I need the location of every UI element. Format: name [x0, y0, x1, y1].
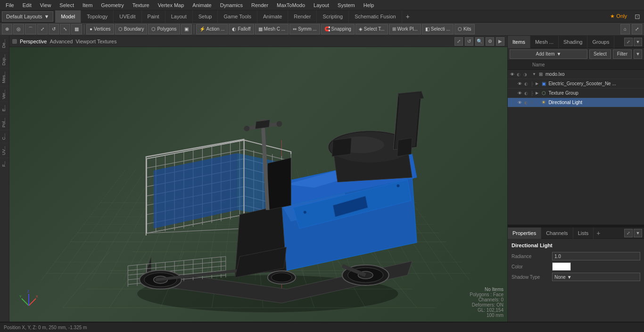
tool-btn-scale[interactable]: ⤡ [60, 24, 70, 34]
tool-btn-select-t[interactable]: ◈ Select T... [355, 24, 388, 34]
prop-tab-add[interactable]: + [594, 229, 603, 237]
menu-dynamics[interactable]: Dynamics [216, 1, 247, 9]
menu-render[interactable]: Render [248, 1, 272, 9]
sidebar-tab-f[interactable]: F... [0, 158, 9, 170]
prop-tab-lists[interactable]: Lists [573, 227, 594, 239]
menu-select[interactable]: Select [56, 1, 78, 9]
menu-vertexmap[interactable]: Vertex Map [154, 1, 188, 9]
layout-selector[interactable]: Default Layouts ▼ [2, 11, 53, 22]
layout-tab-topology[interactable]: Topology [81, 10, 114, 23]
filter-button[interactable]: Filter [613, 49, 632, 59]
eye-btn-dirlight[interactable]: 👁 [516, 99, 523, 106]
sidebar-tab-mes[interactable]: Mes... [0, 68, 9, 86]
sidebar-tab-e[interactable]: E... [0, 102, 9, 114]
panel-tab-items[interactable]: Items [508, 36, 530, 48]
viewport-tab-advanced[interactable]: Advanced [50, 39, 73, 44]
viewport-zoom-btn[interactable]: 🔍 [475, 37, 484, 46]
panel-tab-shading[interactable]: Shading [559, 36, 587, 48]
eye-btn2-texgroup[interactable]: ◐ [523, 90, 529, 97]
sidebar-tab-ver[interactable]: Ver... [0, 86, 9, 102]
viewport-dot[interactable] [12, 39, 17, 44]
eye-btn-root[interactable]: 👁 [509, 71, 515, 78]
tool-btn-fullscreen[interactable]: ⤢ [632, 24, 642, 34]
panel-expand-btn[interactable]: ⤢ [624, 38, 633, 46]
viewport-tab-textures[interactable]: Viewport Textures [75, 39, 116, 44]
dir-light-radiance-input[interactable] [552, 252, 640, 260]
menu-view[interactable]: View [36, 1, 55, 9]
select-button[interactable]: Select [589, 49, 611, 59]
tool-btn-home[interactable]: ⌂ [620, 24, 630, 34]
tool-btn-symm[interactable]: ⇔ Symm ... [289, 24, 320, 34]
item-row-root[interactable]: 👁 ◐ ◑ ▼ ⊞ modo.lxo [508, 70, 644, 79]
layout-tab-uvedit[interactable]: UVEdit [114, 10, 141, 23]
viewport-tab-perspective[interactable]: Perspective [20, 39, 47, 44]
tool-btn-boundary[interactable]: ⬡ Boundary [115, 24, 148, 34]
layout-tab-animate[interactable]: Animate [257, 10, 288, 23]
add-item-button[interactable]: Add Item ▼ [510, 49, 587, 59]
tool-btn-rotate[interactable]: ↺ [49, 24, 59, 34]
eye-btn2-mesh[interactable]: ◐ [523, 81, 529, 87]
tool-btn-selecti[interactable]: ◧ Selecti ... [422, 24, 454, 34]
menu-animate[interactable]: Animate [189, 1, 215, 9]
menu-geometry[interactable]: Geometry [97, 1, 127, 9]
eye-btn-texgroup[interactable]: 👁 [516, 90, 523, 97]
expand-root[interactable]: ▼ [531, 71, 537, 78]
tool-btn-falloff[interactable]: ◐ Falloff [229, 24, 254, 34]
prop-tab-channels[interactable]: Channels [541, 227, 573, 239]
layout-add-button[interactable]: + [402, 12, 413, 21]
layout-tab-scripting[interactable]: Scripting [317, 10, 349, 23]
tool-btn-select[interactable]: ▦ [71, 24, 82, 34]
item-row-texgroup[interactable]: 👁 ◐ ├ ▶ ⬡ Texture Group [508, 89, 644, 98]
tool-btn-action[interactable]: ⚡ Action ... [196, 24, 228, 34]
sidebar-tab-dup[interactable]: Dup... [0, 51, 9, 68]
menu-edit[interactable]: Edit [19, 1, 35, 9]
tool-btn-workpl[interactable]: ⊞ Work Pl... [389, 24, 421, 34]
expand-texgroup[interactable]: ▶ [534, 89, 540, 97]
panel-tab-mesh[interactable]: Mesh ... [530, 36, 559, 48]
dir-light-color-swatch[interactable] [552, 262, 571, 271]
viewport-reset-btn[interactable]: ↺ [465, 37, 473, 46]
expand-dirlight[interactable] [534, 99, 540, 106]
layout-tab-setup[interactable]: Setup [193, 10, 218, 23]
viewport-canvas[interactable]: No Items Polygons : Face Channels: 0 Def… [9, 47, 507, 322]
layout-tab-render[interactable]: Render [288, 10, 317, 23]
sidebar-tab-uv[interactable]: UV... [0, 143, 9, 158]
menu-help[interactable]: Help [360, 1, 378, 9]
eye-btn2-dirlight[interactable]: ◐ [523, 99, 529, 106]
viewport-more-btn[interactable]: ▶ [496, 37, 504, 46]
menu-file[interactable]: File [2, 1, 18, 9]
layout-tab-gametools[interactable]: Game Tools [218, 10, 257, 23]
prop-tab-properties[interactable]: Properties [508, 227, 541, 239]
expand-mesh[interactable]: ▶ [534, 80, 540, 88]
menu-item[interactable]: Item [79, 1, 96, 9]
items-collapse-btn[interactable]: ▼ [634, 49, 642, 59]
sidebar-tab-pol[interactable]: Pol... [0, 114, 9, 130]
tool-btn-snapping[interactable]: 🧲 Snapping [321, 24, 355, 34]
dir-light-shadow-select[interactable]: None ▼ [552, 273, 640, 281]
panel-tab-groups[interactable]: Groups [587, 36, 614, 48]
tool-btn-vertices[interactable]: ● Vertices [86, 24, 114, 34]
item-row-dirlight[interactable]: 👁 ◐ └ ☀ Directional Light [508, 98, 644, 107]
viewport-expand-btn[interactable]: ⤢ [454, 37, 463, 46]
prop-down-btn[interactable]: ▼ [634, 229, 642, 237]
layout-tab-model[interactable]: Model [55, 10, 81, 23]
tool-btn-lasso[interactable]: ⌒ [25, 24, 36, 34]
tool-btn-polygons[interactable]: ⬡ Polygons [148, 24, 180, 34]
menu-texture[interactable]: Texture [129, 1, 153, 9]
tool-btn-move[interactable]: ⤢ [37, 24, 48, 34]
tool-btn-mesh[interactable]: ▦ Mesh C ... [255, 24, 289, 34]
tool-btn-kits[interactable]: ⬡ Kits [454, 24, 475, 34]
eye-btn2-root[interactable]: ◐ [515, 71, 522, 78]
layout-max-button[interactable]: ⊡ [631, 13, 644, 20]
prop-expand-btn[interactable]: ⤢ [624, 229, 633, 237]
layout-tab-paint[interactable]: Paint [142, 10, 165, 23]
menu-maxtomodo[interactable]: MaxToModo [273, 1, 309, 9]
item-row-mesh[interactable]: 👁 ◐ ├ ▶ ▣ Electric_Grocery_Scooter_Ne ..… [508, 79, 644, 89]
tool-btn-mode[interactable]: ⊕ [2, 24, 12, 34]
items-list[interactable]: 👁 ◐ ◑ ▼ ⊞ modo.lxo 👁 ◐ ├ ▶ ▣ [508, 70, 644, 225]
layout-star-only[interactable]: ★ Only [606, 13, 631, 19]
sidebar-tab-de[interactable]: De... [0, 36, 9, 51]
layout-tab-layout[interactable]: Layout [165, 10, 193, 23]
viewport-settings-btn[interactable]: ⚙ [486, 37, 494, 46]
eye-btn3-root[interactable]: ◑ [522, 71, 528, 78]
